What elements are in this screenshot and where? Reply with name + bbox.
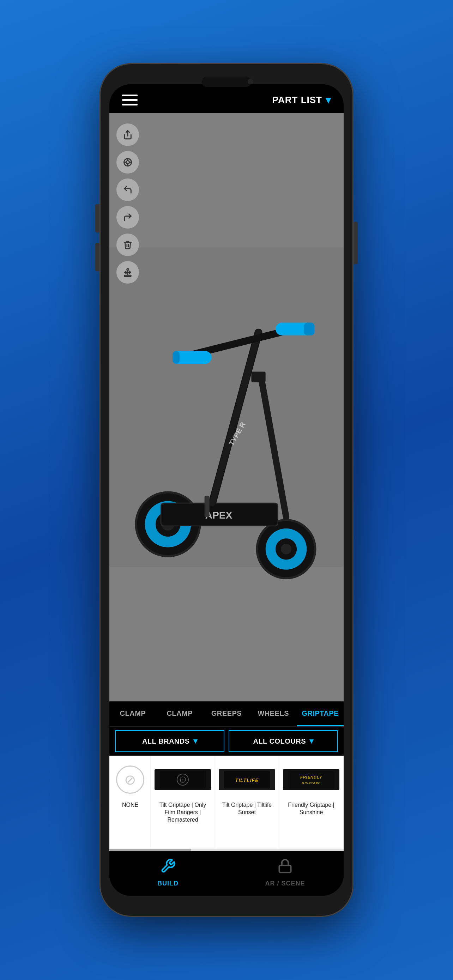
scooter-viewer: APEX TYPE R	[110, 113, 343, 701]
no-icon: ⊘	[116, 765, 144, 794]
svg-rect-18	[173, 351, 180, 364]
product-card-none[interactable]: ⊘ NONE	[110, 756, 150, 848]
ar-scene-icon	[277, 858, 293, 877]
product-image-none: ⊘	[114, 762, 147, 797]
hamburger-line-3	[122, 104, 138, 105]
product-card-tiltlife[interactable]: TILTLIFE Tilt Griptape | Tiltlife Sunset	[215, 756, 279, 848]
share-button[interactable]	[116, 124, 139, 146]
product-card-friendly[interactable]: FRIENDLY GRIPTAPE Friendly Griptape | Su…	[280, 756, 343, 848]
categories-bar: CLAMP CLAMP GREEPS WHEELS GRIPTAPE	[110, 701, 343, 726]
filter-row: ALL BRANDS ▾ ALL COLOURS ▾	[110, 726, 343, 756]
part-list-chevron: ▾	[326, 94, 331, 106]
filter-colours-label: ALL COLOURS	[253, 737, 306, 745]
svg-rect-23	[205, 496, 210, 517]
scale-button[interactable]	[116, 261, 139, 284]
product-grid: ⊘ NONE TILT	[110, 756, 343, 849]
header: PART LIST ▾	[110, 84, 343, 113]
build-label: BUILD	[157, 880, 178, 887]
product-image-tiltlife: TILTLIFE	[219, 762, 275, 797]
undo-button[interactable]	[116, 178, 139, 201]
scooter-image: APEX TYPE R	[110, 113, 343, 701]
side-button-power	[353, 222, 358, 264]
product-name-tilt-film: Tilt Griptape | Only Film Bangers | Rema…	[154, 802, 211, 823]
svg-point-26	[126, 161, 129, 164]
left-toolbar	[116, 124, 139, 284]
griptape-image-1: TILT	[154, 769, 211, 790]
product-image-friendly: FRIENDLY GRIPTAPE	[283, 762, 339, 797]
tab-clamp2[interactable]: CLAMP	[156, 702, 203, 726]
tab-griptape[interactable]: GRIPTAPE	[297, 702, 343, 726]
part-list-button[interactable]: PART LIST ▾	[272, 94, 331, 106]
product-name-none: NONE	[122, 802, 138, 809]
side-button-volume-down	[95, 243, 100, 271]
product-image-tilt-film: TILT	[154, 762, 211, 797]
side-button-volume-up	[95, 204, 100, 232]
scroll-indicator	[110, 849, 343, 851]
product-card-tilt-film[interactable]: TILT Tilt Griptape | Only Film Bangers |…	[151, 756, 215, 848]
svg-rect-40	[288, 771, 334, 788]
svg-rect-20	[304, 323, 314, 336]
nav-ar-scene[interactable]: AR / SCENE	[227, 851, 343, 896]
griptape-image-2: TILTLIFE	[219, 769, 275, 790]
ar-scene-label: AR / SCENE	[265, 880, 305, 887]
griptape-image-3: FRIENDLY GRIPTAPE	[283, 769, 339, 790]
delete-button[interactable]	[116, 234, 139, 256]
svg-text:GRIPTAPE: GRIPTAPE	[302, 781, 320, 785]
svg-point-8	[281, 544, 291, 554]
svg-rect-43	[280, 865, 291, 872]
bottom-nav: BUILD AR / SCENE	[110, 851, 343, 896]
redo-button[interactable]	[116, 206, 139, 229]
page-wrapper: PART LIST ▾	[0, 0, 453, 980]
filter-colours-chevron: ▾	[309, 737, 314, 746]
filter-brands-label: ALL BRANDS	[142, 737, 190, 745]
part-list-label: PART LIST	[272, 95, 322, 105]
svg-rect-33	[124, 275, 131, 277]
scroll-bar	[110, 849, 191, 851]
filter-brands-button[interactable]: ALL BRANDS ▾	[115, 730, 224, 752]
tab-clamp1[interactable]: CLAMP	[110, 702, 156, 726]
target-button[interactable]	[116, 151, 139, 173]
hamburger-line-1	[122, 95, 138, 96]
filter-brands-chevron: ▾	[193, 737, 197, 746]
phone-frame: PART LIST ▾	[100, 63, 353, 917]
filter-colours-button[interactable]: ALL COLOURS ▾	[229, 730, 338, 752]
tab-greeps[interactable]: GREEPS	[203, 702, 250, 726]
product-name-tiltlife: Tilt Griptape | Tiltlife Sunset	[219, 802, 275, 816]
hamburger-line-2	[122, 99, 138, 101]
phone-screen: PART LIST ▾	[110, 84, 343, 896]
product-name-friendly: Friendly Griptape | Sunshine	[283, 802, 339, 816]
nav-build[interactable]: BUILD	[110, 851, 227, 896]
svg-text:TILTLIFE: TILTLIFE	[235, 778, 259, 783]
tab-wheels[interactable]: WHEELS	[250, 702, 297, 726]
svg-text:TILT: TILT	[180, 778, 186, 782]
build-icon	[160, 858, 176, 877]
hamburger-menu-button[interactable]	[122, 95, 138, 105]
svg-text:FRIENDLY: FRIENDLY	[300, 775, 323, 779]
